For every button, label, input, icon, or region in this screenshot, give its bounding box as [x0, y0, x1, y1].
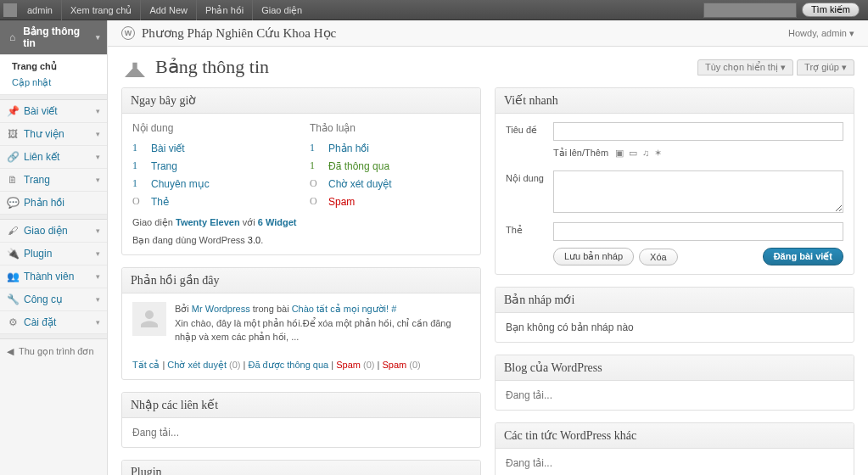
- stat-link[interactable]: Trang: [151, 160, 177, 172]
- theme-link[interactable]: Twenty Eleven: [176, 217, 240, 227]
- stat-row: 1Bài viết: [132, 139, 293, 157]
- topbar-comments[interactable]: Phản hồi: [196, 0, 252, 20]
- quickpress-title-input[interactable]: [553, 122, 843, 141]
- sidebar-collapse[interactable]: ◀ Thu gọn trình đơn: [0, 339, 107, 364]
- stat-row: OThẻ: [132, 193, 293, 210]
- screen-options-tab[interactable]: Tùy chọn hiển thị ▾: [697, 59, 793, 75]
- plugins-box: Plugin: [121, 460, 481, 476]
- quickpress-content-textarea[interactable]: [553, 170, 843, 213]
- comment-author-link[interactable]: Mr Wordpress: [192, 304, 250, 314]
- topbar-search-button[interactable]: Tìm kiếm: [802, 3, 860, 17]
- box-heading: Phản hồi gần đây: [122, 268, 480, 293]
- filter-approved[interactable]: Đã được thông qua: [248, 360, 328, 370]
- sidebar-item-settings[interactable]: ⚙Cài đặt▾: [0, 311, 107, 334]
- widgets-link[interactable]: 6 Widget: [258, 217, 297, 227]
- tools-icon: 🔧: [7, 293, 19, 305]
- theme-info: Giao diện Twenty Eleven với 6 Widget: [132, 217, 470, 228]
- page-icon: 🗎: [7, 174, 19, 186]
- recent-drafts-box: Bản nháp mới Bạn không có bản nháp nào: [495, 287, 854, 343]
- sidebar-sub-updates[interactable]: Cập nhật: [0, 75, 107, 91]
- admin-topbar: admin Xem trang chủ Add New Phản hồi Gia…: [0, 0, 868, 20]
- comment-permalink[interactable]: #: [389, 304, 396, 314]
- topbar-search-input[interactable]: [703, 3, 797, 18]
- box-heading: Plugin: [122, 461, 480, 476]
- sidebar-item-posts[interactable]: 📌Bài viết▾: [0, 100, 107, 123]
- drafts-empty: Bạn không có bản nháp nào: [506, 321, 634, 333]
- sidebar-item-pages[interactable]: 🗎Trang▾: [0, 169, 107, 192]
- sidebar-item-appearance[interactable]: 🖌Giao diện▾: [0, 220, 107, 243]
- add-audio-icon[interactable]: ♫: [642, 148, 649, 159]
- stat-row: 1Phản hồi: [310, 139, 470, 157]
- stat-link[interactable]: Chuyên mục: [151, 178, 210, 190]
- sidebar-dashboard-submenu: Trang chủ Cập nhật: [0, 55, 107, 95]
- link-icon: 🔗: [7, 151, 19, 163]
- sidebar-item-links[interactable]: 🔗Liên kết▾: [0, 146, 107, 169]
- stat-link[interactable]: Bài viết: [151, 142, 185, 154]
- stat-row: OSpam: [310, 193, 470, 210]
- admin-sidebar: ⌂ Bảng thông tin ▾ Trang chủ Cập nhật 📌B…: [0, 20, 108, 475]
- save-draft-button[interactable]: Lưu bản nháp: [553, 248, 634, 265]
- quickpress-tags-input[interactable]: [553, 222, 843, 241]
- quickpress-box: Viết nhanh Tiêu đề Tải lên/Thêm ▣: [495, 87, 854, 275]
- comment-body: Bởi Mr Wordpress trong bài Chào tất cả m…: [175, 302, 470, 344]
- comment-avatar: [132, 302, 166, 336]
- user-avatar-icon[interactable]: [3, 3, 17, 17]
- wordpress-news-box: Các tin tức WordPress khác Đang tải...: [495, 422, 854, 475]
- dashboard-icon: [121, 55, 148, 79]
- howdy-user[interactable]: Howdy, admin ▾: [788, 28, 854, 39]
- sidebar-sub-home[interactable]: Trang chủ: [0, 59, 107, 75]
- sidebar-item-users[interactable]: 👥Thành viên▾: [0, 265, 107, 288]
- plugin-icon: 🔌: [7, 248, 19, 260]
- filter-all[interactable]: Tất cả: [132, 360, 160, 370]
- sidebar-item-media[interactable]: 🖼Thư viện▾: [0, 123, 107, 146]
- pin-icon: 📌: [7, 105, 19, 117]
- topbar-appearance[interactable]: Giao diện: [252, 0, 311, 20]
- tags-label: Thẻ: [506, 222, 553, 236]
- content-label: Nội dung: [506, 170, 553, 184]
- right-now-discussion-col: Thảo luận 1Phản hồi1Đã thông quaOChờ xét…: [310, 122, 470, 210]
- stat-link[interactable]: Chờ xét duyệt: [328, 178, 392, 190]
- box-heading: Các tin tức WordPress khác: [496, 423, 854, 449]
- site-title[interactable]: Phương Pháp Nghiên Cứu Khoa Học: [142, 25, 336, 41]
- stat-row: OChờ xét duyệt: [310, 175, 470, 193]
- reset-button[interactable]: Xóa: [639, 249, 678, 265]
- topbar-add-new[interactable]: Add New: [140, 0, 196, 20]
- help-tab[interactable]: Trợ giúp ▾: [797, 59, 854, 75]
- publish-button[interactable]: Đăng bài viết: [763, 248, 843, 265]
- right-now-content-col: Nội dung 1Bài viết1Trang1Chuyên mụcOThẻ: [132, 122, 293, 210]
- users-icon: 👥: [7, 271, 19, 282]
- sidebar-item-tools[interactable]: 🔧Công cụ▾: [0, 288, 107, 311]
- add-video-icon[interactable]: ▭: [629, 148, 637, 159]
- page-title: Bảng thông tin: [155, 56, 269, 78]
- media-icon: 🖼: [7, 128, 19, 140]
- stat-row: 1Đã thông qua: [310, 157, 470, 175]
- incoming-links-box: Nhập các liên kết Đang tải...: [121, 392, 481, 448]
- comment-post-link[interactable]: Chào tất cả mọi người!: [292, 304, 389, 314]
- wordpress-logo-icon: W: [121, 26, 135, 40]
- add-image-icon[interactable]: ▣: [615, 148, 624, 159]
- comment-text: Xin chào, đây là một phản hồi.Để xóa một…: [175, 318, 451, 343]
- loading-text: Đang tải...: [506, 389, 552, 401]
- site-header: W Phương Pháp Nghiên Cứu Khoa Học Howdy,…: [108, 20, 868, 47]
- stat-link[interactable]: Spam: [328, 196, 355, 208]
- recent-comments-box: Phản hồi gần đây Bởi Mr Wordpress trong …: [121, 267, 481, 380]
- sidebar-item-dashboard[interactable]: ⌂ Bảng thông tin ▾: [0, 20, 107, 55]
- stat-link[interactable]: Đã thông qua: [328, 160, 389, 172]
- box-heading: Bản nháp mới: [496, 288, 854, 313]
- title-label: Tiêu đề: [506, 122, 553, 136]
- version-info: Bạn đang dùng WordPress 3.0.: [132, 235, 470, 246]
- settings-icon: ⚙: [7, 316, 19, 328]
- sidebar-item-comments[interactable]: 💬Phản hồi: [0, 192, 107, 215]
- upload-label: Tải lên/Thêm: [553, 148, 608, 159]
- filter-spam[interactable]: Spam: [336, 360, 361, 370]
- comment-icon: 💬: [7, 197, 19, 209]
- filter-spam2[interactable]: Spam: [382, 360, 406, 370]
- chevron-down-icon: ▾: [96, 33, 100, 42]
- stat-link[interactable]: Thẻ: [151, 196, 169, 208]
- sidebar-item-plugins[interactable]: 🔌Plugin▾: [0, 243, 107, 265]
- filter-pending[interactable]: Chờ xét duyệt: [167, 360, 227, 370]
- topbar-admin[interactable]: admin: [24, 0, 61, 20]
- topbar-view-site[interactable]: Xem trang chủ: [61, 0, 140, 20]
- stat-link[interactable]: Phản hồi: [328, 142, 369, 154]
- add-media-icon[interactable]: ✶: [654, 148, 662, 159]
